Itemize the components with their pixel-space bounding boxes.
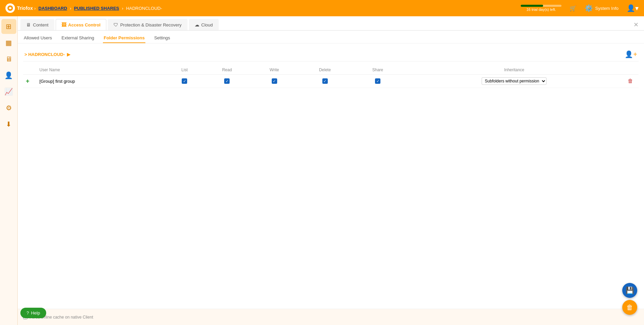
add-row-cell: +	[23, 75, 37, 88]
sidebar-item-chart[interactable]: 📈	[1, 84, 16, 99]
inheritance-select[interactable]: Subfolders without permission All subfol…	[482, 77, 547, 85]
col-write: Write	[251, 65, 298, 75]
access-control-tab-label: Access Control	[68, 22, 101, 27]
top-bar: Triofox › DASHBOARD › PUBLISHED SHARES ›…	[0, 0, 644, 16]
system-info-button[interactable]: ⚙️ System Info	[585, 4, 619, 12]
write-checkbox[interactable]: ✓	[272, 78, 277, 84]
save-fab-icon: 💾	[626, 286, 634, 294]
gear-icon: ⚙️	[585, 4, 593, 12]
col-delete: Delete	[298, 65, 352, 75]
sidebar-item-dashboard[interactable]: ⊞	[1, 19, 16, 34]
content-area: > HADRONCLOUD- ▶ 👤+ User Name List Read …	[18, 43, 644, 325]
main-layout: ⊞ ▦ 🖥 👤 📈 ⚙ ⬇ 🖥 Content 🖼	[0, 16, 644, 325]
folder-path-text: > HADRONCLOUD-	[24, 52, 65, 57]
external-sharing-label: External Sharing	[61, 35, 94, 40]
username-cell: [Group] first group	[37, 75, 166, 88]
tab-protection[interactable]: 🛡 Protection & Disaster Recovery	[108, 19, 187, 30]
dashboard-link[interactable]: DASHBOARD	[38, 6, 67, 11]
col-list: List	[166, 65, 203, 75]
subtab-external-sharing[interactable]: External Sharing	[61, 33, 95, 43]
content-tab-icon: 🖥	[26, 22, 31, 27]
chart-nav-icon: 📈	[4, 88, 13, 96]
analytics-nav-icon: ▦	[5, 39, 12, 47]
delete-cell: ✓	[298, 75, 352, 88]
folder-expand-arrow[interactable]: ▶	[67, 52, 71, 57]
tab-access-control[interactable]: 🖼 Access Control	[56, 19, 106, 30]
subtab-settings[interactable]: Settings	[154, 33, 171, 43]
brand-name: Triofox	[17, 5, 33, 11]
read-cell: ✓	[203, 75, 251, 88]
download-nav-icon: ⬇	[6, 120, 12, 128]
cloud-tab-label: Cloud	[201, 22, 213, 27]
subtab-allowed-users[interactable]: Allowed Users	[23, 33, 53, 43]
bottom-bar: Force offline cache on native Client	[18, 309, 644, 325]
table-row: + [Group] first group ✓ ✓ ✓	[23, 75, 639, 88]
cloud-tab-icon: ☁	[195, 22, 199, 27]
breadcrumb: › DASHBOARD › PUBLISHED SHARES › HADRONC…	[34, 6, 162, 11]
sidebar-item-users[interactable]: 👤	[1, 68, 16, 83]
add-permission-button[interactable]: +	[26, 78, 30, 84]
sidebar-item-monitor[interactable]: 🖥	[1, 52, 16, 66]
sep1: ›	[34, 6, 36, 11]
permissions-table: User Name List Read Write Delete Share I…	[23, 65, 639, 88]
delete-row-button[interactable]: 🗑	[628, 78, 633, 84]
col-inheritance: Inheritance	[404, 65, 625, 75]
content-tab-label: Content	[33, 22, 49, 27]
group-name: [Group] first group	[39, 79, 75, 84]
col-username: User Name	[37, 65, 166, 75]
delete-checkbox[interactable]: ✓	[322, 78, 328, 84]
col-read: Read	[203, 65, 251, 75]
sep3: ›	[122, 6, 123, 11]
dashboard-nav-icon: ⊞	[6, 22, 12, 31]
protection-tab-icon: 🛡	[113, 22, 118, 27]
allowed-users-label: Allowed Users	[24, 35, 52, 40]
close-button[interactable]: ✕	[631, 20, 641, 30]
trial-text: 16 trial day(s) left.	[526, 7, 556, 12]
col-actions	[625, 65, 639, 75]
settings-label: Settings	[154, 35, 170, 40]
tabs-row: 🖥 Content 🖼 Access Control 🛡 Protection …	[18, 16, 644, 31]
main-content: 🖥 Content 🖼 Access Control 🛡 Protection …	[18, 16, 644, 325]
users-nav-icon: 👤	[4, 71, 13, 79]
tab-cloud[interactable]: ☁ Cloud	[189, 19, 219, 30]
logo-icon	[5, 3, 15, 13]
sidebar: ⊞ ▦ 🖥 👤 📈 ⚙ ⬇	[0, 16, 18, 325]
folder-permissions-label: Folder Permissions	[104, 35, 145, 40]
discard-fab-button[interactable]: 🗑	[622, 300, 637, 315]
top-bar-right: 16 trial day(s) left. 🛒 ⚙️ System Info 👤…	[521, 4, 639, 12]
monitor-nav-icon: 🖥	[5, 55, 12, 63]
share-checkbox[interactable]: ✓	[375, 78, 380, 84]
cart-icon[interactable]: 🛒	[570, 5, 576, 12]
share-cell: ✓	[352, 75, 403, 88]
write-cell: ✓	[251, 75, 298, 88]
trial-area: 16 trial day(s) left.	[521, 5, 561, 12]
user-icon[interactable]: 👤▾	[627, 4, 639, 12]
discard-fab-icon: 🗑	[626, 304, 633, 311]
sidebar-item-download[interactable]: ⬇	[1, 117, 16, 132]
help-label: Help	[31, 310, 40, 316]
trial-progress-bar	[521, 5, 561, 7]
add-user-folder-icon[interactable]: 👤+	[625, 50, 637, 58]
logo-area: Triofox	[5, 3, 33, 13]
help-circle-icon: ?	[26, 310, 29, 316]
access-control-tab-icon: 🖼	[61, 22, 66, 27]
inheritance-cell: Subfolders without permission All subfol…	[404, 75, 625, 88]
sidebar-item-analytics[interactable]: ▦	[1, 35, 16, 50]
folder-path-row: > HADRONCLOUD- ▶ 👤+	[23, 47, 639, 61]
settings-nav-icon: ⚙	[6, 104, 12, 112]
list-cell: ✓	[166, 75, 203, 88]
sidebar-item-settings[interactable]: ⚙	[1, 100, 16, 115]
col-add	[23, 65, 37, 75]
save-fab-button[interactable]: 💾	[622, 283, 637, 298]
help-button[interactable]: ? Help	[20, 308, 46, 318]
col-share: Share	[352, 65, 403, 75]
current-path: HADRONCLOUD-	[126, 6, 162, 11]
list-checkbox[interactable]: ✓	[182, 78, 187, 84]
sep2: ›	[70, 6, 71, 11]
subtab-folder-permissions[interactable]: Folder Permissions	[103, 33, 145, 43]
delete-row-cell: 🗑	[625, 75, 639, 88]
published-shares-link[interactable]: PUBLISHED SHARES	[74, 6, 119, 11]
subtabs-row: Allowed Users External Sharing Folder Pe…	[18, 31, 644, 43]
tab-content[interactable]: 🖥 Content	[20, 19, 54, 30]
read-checkbox[interactable]: ✓	[224, 78, 230, 84]
